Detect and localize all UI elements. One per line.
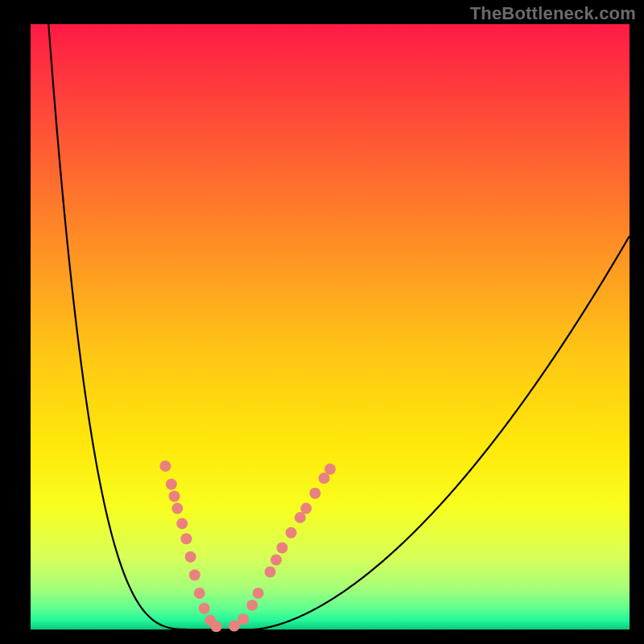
- highlight-dot: [194, 588, 205, 599]
- bottleneck-chart: [0, 0, 644, 644]
- highlight-dot: [199, 603, 210, 614]
- highlight-dot: [300, 503, 312, 514]
- highlight-dot: [246, 600, 258, 611]
- plot-area: [31, 24, 630, 630]
- highlight-dot: [169, 491, 180, 502]
- highlight-dot: [286, 527, 297, 539]
- highlight-dot: [166, 479, 177, 490]
- highlight-dot: [265, 567, 276, 578]
- highlight-dot: [180, 533, 192, 544]
- highlight-dot: [229, 620, 240, 631]
- highlight-dot: [171, 503, 183, 514]
- highlight-dot: [237, 613, 249, 625]
- highlight-dot: [276, 542, 287, 553]
- chart-frame: TheBottleneck.com: [0, 0, 644, 644]
- highlight-dot: [189, 569, 200, 580]
- highlight-dot: [159, 460, 171, 472]
- watermark-text: TheBottleneck.com: [470, 3, 636, 24]
- highlight-dot: [309, 488, 320, 499]
- highlight-dot: [270, 555, 282, 566]
- highlight-dot: [185, 551, 196, 563]
- highlight-dot: [324, 464, 336, 475]
- highlight-dot: [211, 621, 222, 632]
- highlight-dot: [176, 518, 188, 529]
- highlight-dot: [253, 588, 264, 599]
